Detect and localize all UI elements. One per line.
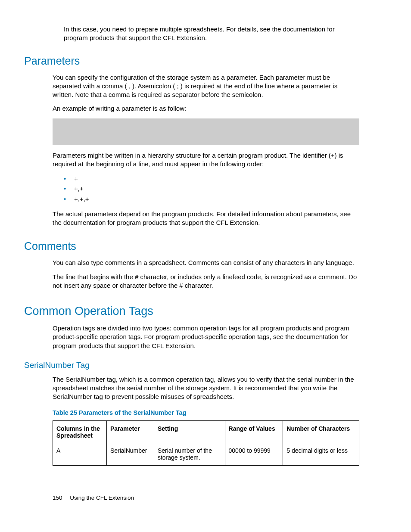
common-p1: Operation tags are divided into two type… (53, 324, 359, 350)
serial-p1: The SerialNumber tag, which is a common … (53, 375, 359, 401)
th-columns: Columns in the Spreadsheet (53, 421, 107, 443)
td-range: 00000 to 99999 (225, 443, 283, 465)
table-header-row: Columns in the Spreadsheet Parameter Set… (53, 421, 359, 443)
serialnumber-table: Columns in the Spreadsheet Parameter Set… (53, 420, 359, 466)
common-op-heading: Common Operation Tags (24, 305, 368, 318)
intro-paragraph: In this case, you need to prepare multip… (64, 25, 359, 43)
parameters-p2: An example of writing a parameter is as … (53, 104, 359, 113)
table-row: A SerialNumber Serial number of the stor… (53, 443, 359, 465)
page-number: 150 (53, 495, 62, 501)
list-item: +,+,+ (64, 194, 368, 204)
td-parameter: SerialNumber (106, 443, 154, 465)
comments-p2: The line that begins with the # characte… (53, 273, 359, 290)
list-item: +,+ (64, 184, 368, 193)
td-setting: Serial number of the storage system. (154, 443, 225, 465)
table-caption: Table 25 Parameters of the SerialNumber … (53, 409, 368, 416)
example-box (53, 118, 359, 145)
parameters-heading: Parameters (24, 55, 368, 67)
comments-heading: Comments (24, 240, 368, 252)
footer-title: Using the CFL Extension (70, 495, 134, 501)
parameters-p4: The actual parameters depend on the prog… (53, 210, 359, 227)
hierarchy-list: + +,+ +,+,+ (64, 174, 368, 204)
th-setting: Setting (154, 421, 225, 443)
th-parameter: Parameter (106, 421, 154, 443)
serialnumber-heading: SerialNumber Tag (24, 361, 368, 370)
parameters-p1: You can specify the configuration of the… (53, 73, 359, 100)
parameters-p3: Parameters might be written in a hierarc… (53, 151, 359, 169)
page-content: In this case, you need to prepare multip… (0, 0, 411, 466)
td-numchars: 5 decimal digits or less (283, 443, 359, 465)
comments-p1: You can also type comments in a spreadsh… (53, 258, 359, 267)
th-range: Range of Values (225, 421, 283, 443)
td-columns: A (53, 443, 107, 465)
page-footer: 150 Using the CFL Extension (53, 495, 134, 501)
th-numchars: Number of Characters (283, 421, 359, 443)
list-item: + (64, 174, 368, 184)
